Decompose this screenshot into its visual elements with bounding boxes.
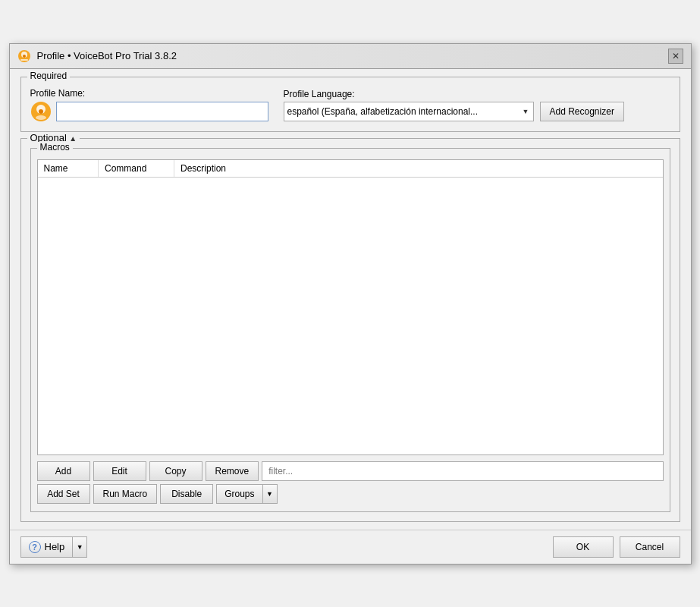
close-button[interactable]: ✕: [668, 49, 683, 64]
ok-button[interactable]: OK: [553, 536, 614, 558]
profile-name-row: [30, 101, 268, 122]
cancel-button[interactable]: Cancel: [620, 536, 680, 558]
footer-right: OK Cancel: [553, 536, 680, 558]
help-button-wrapper: ? Help ▼: [20, 536, 88, 558]
dialog-content: Required Profile Name:: [10, 69, 691, 530]
col-header-name: Name: [38, 160, 99, 178]
macros-header-row: Name Command Description: [38, 160, 663, 178]
add-macro-button[interactable]: Add: [37, 461, 90, 481]
copy-macro-button[interactable]: Copy: [149, 461, 202, 481]
svg-point-6: [39, 109, 43, 114]
macros-table: Name Command Description: [38, 160, 663, 178]
filter-input[interactable]: [262, 461, 663, 481]
title-bar-left: Profile • VoiceBot Pro Trial 3.8.2: [17, 49, 177, 63]
groups-dropdown-button[interactable]: ▼: [262, 484, 278, 504]
svg-rect-3: [20, 59, 28, 61]
svg-point-7: [36, 115, 46, 120]
add-recognizer-button[interactable]: Add Recognizer: [540, 102, 624, 121]
macros-section: Macros Name Command Description: [30, 145, 670, 512]
required-fields: Profile Name: Profile Langua: [30, 83, 670, 122]
macros-legend: Macros: [37, 142, 73, 153]
profile-name-label: Profile Name:: [30, 88, 268, 99]
macros-fieldset: Macros Name Command Description: [30, 148, 670, 512]
help-button[interactable]: ? Help: [20, 536, 73, 558]
dialog-window: Profile • VoiceBot Pro Trial 3.8.2 ✕ Req…: [9, 43, 692, 565]
col-header-command: Command: [99, 160, 174, 178]
required-section: Required Profile Name:: [20, 77, 680, 132]
disable-button[interactable]: Disable: [160, 484, 213, 504]
help-label: Help: [45, 541, 65, 552]
profile-name-input[interactable]: [56, 102, 268, 121]
profile-language-group: Profile Language: español (España, alfab…: [284, 89, 624, 121]
macros-buttons-row2: Add Set Run Macro Disable Groups ▼: [37, 484, 664, 504]
window-title: Profile • VoiceBot Pro Trial 3.8.2: [37, 50, 177, 61]
help-dropdown-button[interactable]: ▼: [72, 536, 87, 558]
title-bar: Profile • VoiceBot Pro Trial 3.8.2 ✕: [10, 44, 691, 69]
macros-buttons-row1: Add Edit Copy Remove: [37, 461, 664, 481]
voicebot-app-icon: [17, 49, 31, 63]
macros-table-container[interactable]: Name Command Description: [37, 159, 664, 455]
groups-button-wrapper: Groups ▼: [216, 484, 277, 504]
profile-language-row: español (España, alfabetización internac…: [284, 102, 624, 121]
profile-name-group: Profile Name:: [30, 88, 268, 122]
edit-macro-button[interactable]: Edit: [93, 461, 146, 481]
language-select[interactable]: español (España, alfabetización internac…: [284, 102, 534, 121]
dialog-footer: ? Help ▼ OK Cancel: [10, 530, 691, 564]
profile-language-label: Profile Language:: [284, 89, 624, 99]
remove-macro-button[interactable]: Remove: [206, 461, 259, 481]
optional-section: Optional ▲ Macros Name Command: [20, 138, 680, 522]
add-set-button[interactable]: Add Set: [37, 484, 90, 504]
svg-point-2: [23, 55, 26, 58]
col-header-description: Description: [174, 160, 663, 178]
required-legend: Required: [27, 71, 71, 81]
groups-main-button[interactable]: Groups: [216, 484, 262, 504]
help-question-icon: ?: [29, 541, 41, 553]
run-macro-button[interactable]: Run Macro: [93, 484, 158, 504]
language-select-wrapper: español (España, alfabetización internac…: [284, 102, 534, 121]
profile-icon: [30, 101, 52, 122]
macros-table-header: Name Command Description: [38, 160, 663, 178]
